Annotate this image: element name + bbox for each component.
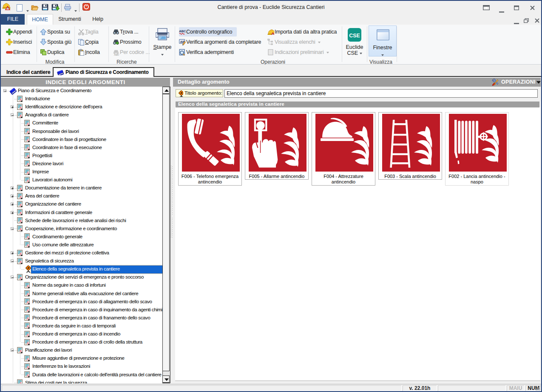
svg-text:CSE: CSE (349, 33, 360, 39)
svg-text:ABC: ABC (114, 54, 119, 56)
svg-text:A: A (19, 381, 22, 384)
svg-text:ABC: ABC (179, 29, 186, 33)
